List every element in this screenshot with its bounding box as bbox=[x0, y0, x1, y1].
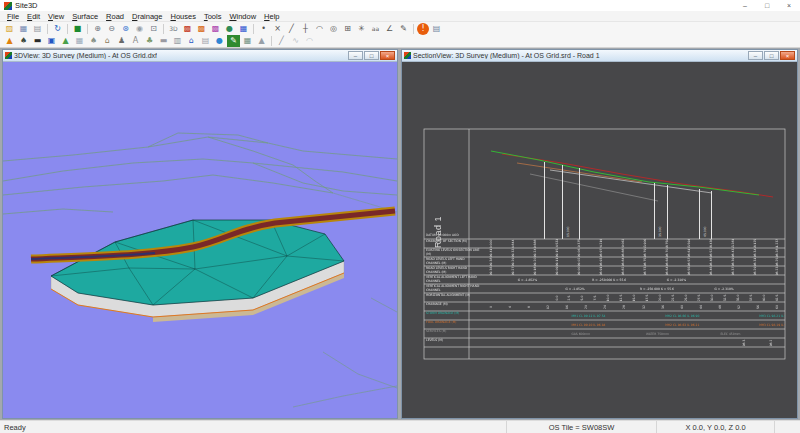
earth-icon[interactable]: ● bbox=[223, 23, 236, 35]
snap-icon[interactable]: ✳ bbox=[355, 23, 368, 35]
zoom-window-icon[interactable]: ⊡ bbox=[147, 23, 160, 35]
main-titlebar[interactable]: Site3D – □ × bbox=[0, 0, 800, 11]
menu-help[interactable]: Help bbox=[260, 12, 283, 21]
edit-surface-icon[interactable]: ✎ bbox=[227, 35, 240, 47]
tree-gray-icon[interactable]: ♠ bbox=[87, 35, 100, 47]
intersect-icon[interactable]: × bbox=[271, 23, 284, 35]
leaf-icon[interactable]: ♣ bbox=[143, 35, 156, 47]
mdi-area: 3DView: 3D Survey (Medium) - At OS Grid.… bbox=[0, 48, 800, 420]
menu-road[interactable]: Road bbox=[102, 12, 128, 21]
map-tiles-icon[interactable]: ▦ bbox=[237, 23, 250, 35]
refresh-icon[interactable]: ↻ bbox=[51, 23, 64, 35]
draw-polyline-icon[interactable]: ∿ bbox=[289, 35, 302, 47]
water-drop-icon[interactable]: ● bbox=[213, 35, 226, 47]
sectionview-close-button[interactable]: × bbox=[780, 51, 795, 60]
grid-icon[interactable]: ⊞ bbox=[341, 23, 354, 35]
tree-dark-icon[interactable]: ♠ bbox=[17, 35, 30, 47]
section-row-value: 98.34 bbox=[753, 248, 757, 257]
save-icon[interactable]: ▦ bbox=[17, 23, 30, 35]
letter-a-icon[interactable]: A bbox=[129, 35, 142, 47]
house-blue-icon[interactable]: ⌂ bbox=[185, 35, 198, 47]
section-row-value: 98.57 bbox=[687, 257, 691, 266]
arc-icon[interactable]: ◠ bbox=[313, 23, 326, 35]
3dview-window-icon bbox=[5, 52, 12, 59]
window-3dview: 3DView: 3D Survey (Medium) - At OS Grid.… bbox=[2, 49, 398, 419]
person-icon[interactable]: ♟ bbox=[115, 35, 128, 47]
section-row-value: 99.20 bbox=[533, 257, 537, 266]
measure-icon[interactable]: ∠ bbox=[383, 23, 396, 35]
menu-edit[interactable]: Edit bbox=[23, 12, 44, 21]
table-icon[interactable]: ▦ bbox=[241, 35, 254, 47]
sign-icon[interactable]: ▣ bbox=[45, 35, 58, 47]
schedule-icon[interactable]: ▤ bbox=[199, 35, 212, 47]
pan-icon[interactable]: ◉ bbox=[133, 23, 146, 35]
surface-view-icon[interactable]: ■ bbox=[71, 23, 84, 35]
point-icon[interactable]: • bbox=[257, 23, 270, 35]
sectionview-minimize-button[interactable]: – bbox=[748, 51, 763, 60]
circle-icon[interactable]: ◎ bbox=[327, 23, 340, 35]
hazard-icon[interactable]: ▲ bbox=[3, 35, 16, 47]
section-row-value: 7.5 bbox=[593, 295, 597, 300]
section-row-value: 40.0 bbox=[762, 294, 766, 301]
menu-surface[interactable]: Surface bbox=[68, 12, 102, 21]
close-button[interactable]: × bbox=[778, 0, 800, 11]
view-3d-icon[interactable]: 3D bbox=[167, 23, 180, 35]
restore-button[interactable]: □ bbox=[756, 0, 778, 11]
3dview-restore-button[interactable]: □ bbox=[364, 51, 379, 60]
menu-window[interactable]: Window bbox=[225, 12, 260, 21]
menu-drainage[interactable]: Drainage bbox=[128, 12, 166, 21]
section-row-value: 0 bbox=[489, 306, 493, 308]
zoom-extents-icon[interactable]: ⊛ bbox=[119, 23, 132, 35]
section-viewport[interactable]: Road 1 DATUM 10.000m AOD 15.00035.00045.… bbox=[402, 62, 797, 418]
photo-icon[interactable]: ▦ bbox=[73, 35, 86, 47]
section-row-value: 98.61 bbox=[687, 248, 691, 257]
check-design-icon[interactable]: ! bbox=[417, 23, 429, 35]
section-row-value: 40 bbox=[680, 305, 684, 309]
section-row-value: 14.531 bbox=[555, 239, 559, 248]
section-row-value: 33.906 bbox=[643, 239, 647, 248]
zoom-out-icon[interactable]: ⊖ bbox=[105, 23, 118, 35]
menu-view[interactable]: View bbox=[44, 12, 68, 21]
section-row-value: 16 bbox=[565, 305, 569, 309]
section-row-value: 4 bbox=[508, 306, 512, 308]
minimize-button[interactable]: – bbox=[734, 0, 756, 11]
menu-tools[interactable]: Tools bbox=[200, 12, 226, 21]
3dview-minimize-button[interactable]: – bbox=[348, 51, 363, 60]
section-row-value: 98.88 bbox=[621, 248, 625, 257]
3dview-titlebar[interactable]: 3DView: 3D Survey (Medium) - At OS Grid.… bbox=[3, 50, 397, 62]
pencil-icon[interactable]: ✎ bbox=[397, 23, 410, 35]
section-row-value: 98.28 bbox=[775, 248, 779, 257]
section-row-value: 28 bbox=[622, 305, 626, 309]
3dview-close-button[interactable]: × bbox=[380, 51, 395, 60]
road-segment-icon[interactable]: ▬ bbox=[157, 35, 170, 47]
building-icon[interactable]: ▥ bbox=[171, 35, 184, 47]
section-row-value: 99.02 bbox=[577, 257, 581, 266]
house-frame-icon[interactable]: ⌂ bbox=[101, 35, 114, 47]
report-icon[interactable]: ▤ bbox=[430, 23, 443, 35]
open-folder-icon[interactable]: ▨ bbox=[3, 23, 16, 35]
section-row-value: 0.000 bbox=[489, 239, 493, 248]
draw-line-icon[interactable]: ╱ bbox=[275, 35, 288, 47]
surface-heat-icon[interactable]: ▩ bbox=[195, 23, 208, 35]
line-icon[interactable]: ╱ bbox=[285, 23, 298, 35]
section-row-value: 98.25 bbox=[775, 257, 779, 266]
section-row-value: MH3 CL 98.21 IL 96.38 bbox=[759, 314, 785, 318]
sectionview-titlebar[interactable]: SectionView: 3D Survey (Medium) - At OS … bbox=[402, 50, 797, 62]
print-icon[interactable]: ▤ bbox=[31, 23, 44, 35]
menu-houses[interactable]: Houses bbox=[166, 12, 199, 21]
vehicle-icon[interactable]: ▬ bbox=[31, 35, 44, 47]
surface-multi-icon[interactable]: ▩ bbox=[209, 23, 222, 35]
zoom-in-icon[interactable]: ⊕ bbox=[91, 23, 104, 35]
sectionview-restore-button[interactable]: □ bbox=[764, 51, 779, 60]
hill-icon[interactable]: ▲ bbox=[255, 35, 268, 47]
node-icon[interactable]: ┼ bbox=[299, 23, 312, 35]
3d-viewport[interactable] bbox=[3, 62, 397, 418]
toolbar-row-1: ▨▦▤↻■⊕⊖⊛◉⊡3D▩▩▩●▦•×╱┼◠◎⊞✳aa∠✎!▤ bbox=[0, 22, 800, 35]
menu-file[interactable]: File bbox=[3, 12, 23, 21]
section-row-value: 99.36 bbox=[489, 266, 493, 275]
draw-arc-icon[interactable]: ◠ bbox=[303, 35, 316, 47]
mound-icon[interactable]: ▲ bbox=[59, 35, 72, 47]
text-label-icon[interactable]: aa bbox=[369, 23, 382, 35]
section-row-value: 32.5 bbox=[723, 294, 727, 301]
surface-shaded-icon[interactable]: ▩ bbox=[181, 23, 194, 35]
